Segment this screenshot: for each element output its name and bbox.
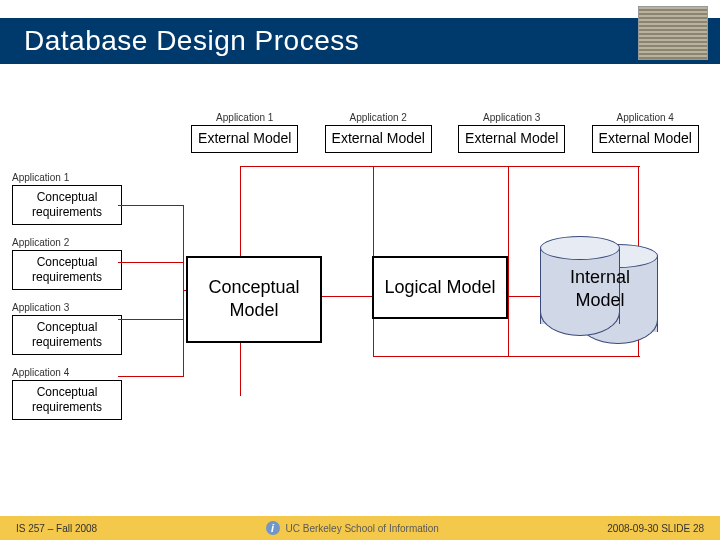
external-model-cell: Application 1 External Model	[182, 112, 308, 153]
app-label: Application 1	[182, 112, 308, 123]
footer-left: IS 257 – Fall 2008	[16, 523, 97, 534]
app-label: Application 3	[449, 112, 575, 123]
internal-model: Internal Model	[540, 236, 690, 356]
decorative-photo	[638, 6, 708, 60]
requirement-box: Conceptual requirements	[12, 185, 122, 225]
external-model-box: External Model	[458, 125, 565, 153]
connector-line	[322, 296, 372, 297]
connector-line	[373, 356, 640, 357]
connector-line	[118, 376, 184, 377]
connector-line	[240, 166, 640, 167]
connector-line	[118, 262, 184, 263]
requirement-block: Application 2 Conceptual requirements	[12, 237, 122, 290]
app-label: Application 4	[583, 112, 709, 123]
footer-org: UC Berkeley School of Information	[286, 523, 439, 534]
app-label: Application 1	[12, 172, 122, 183]
external-model-cell: Application 3 External Model	[449, 112, 575, 153]
app-label: Application 2	[316, 112, 442, 123]
app-label: Application 3	[12, 302, 122, 313]
requirement-box: Conceptual requirements	[12, 250, 122, 290]
requirement-block: Application 4 Conceptual requirements	[12, 367, 122, 420]
connector-line	[118, 319, 184, 320]
title-bar: Database Design Process	[0, 18, 720, 64]
logical-model-box: Logical Model	[372, 256, 508, 319]
requirement-block: Application 3 Conceptual requirements	[12, 302, 122, 355]
conceptual-model-box: Conceptual Model	[186, 256, 322, 343]
external-model-box: External Model	[592, 125, 699, 153]
requirement-box: Conceptual requirements	[12, 380, 122, 420]
requirement-box: Conceptual requirements	[12, 315, 122, 355]
external-model-cell: Application 2 External Model	[316, 112, 442, 153]
external-model-cell: Application 4 External Model	[583, 112, 709, 153]
app-label: Application 4	[12, 367, 122, 378]
external-model-row: Application 1 External Model Application…	[182, 112, 708, 153]
external-model-box: External Model	[191, 125, 298, 153]
internal-model-label: Internal Model	[550, 266, 650, 313]
requirement-block: Application 1 Conceptual requirements	[12, 172, 122, 225]
external-model-box: External Model	[325, 125, 432, 153]
info-icon: i	[266, 521, 280, 535]
connector-line	[508, 166, 509, 356]
app-label: Application 2	[12, 237, 122, 248]
requirements-column: Application 1 Conceptual requirements Ap…	[12, 172, 122, 432]
footer-right: 2008-09-30 SLIDE 28	[607, 523, 704, 534]
connector-line	[118, 205, 184, 206]
page-title: Database Design Process	[24, 25, 359, 57]
footer-mid: i UC Berkeley School of Information	[266, 521, 439, 535]
connector-line	[508, 296, 544, 297]
footer: IS 257 – Fall 2008 i UC Berkeley School …	[0, 516, 720, 540]
